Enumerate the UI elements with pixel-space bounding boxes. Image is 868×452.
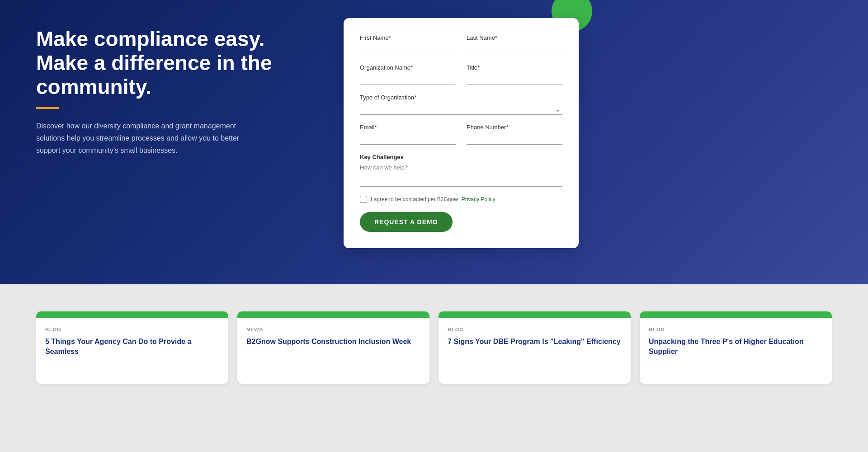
key-challenges-field: Key Challenges [360, 154, 562, 188]
blog-card-body: NEWS B2Gnow Supports Construction Inclus… [237, 318, 429, 354]
blog-tag: BLOG [45, 327, 219, 332]
blog-card-body: BLOG Unpacking the Three P's of Higher E… [640, 318, 832, 364]
blog-card-title: 5 Things Your Agency Can Do to Provide a… [45, 337, 219, 357]
blog-card[interactable]: BLOG 5 Things Your Agency Can Do to Prov… [36, 311, 228, 384]
contact-row: Email* Phone Number* [360, 124, 562, 154]
blog-card-accent [237, 311, 429, 318]
phone-field: Phone Number* [467, 124, 562, 145]
hero-right: First Name* Last Name* Organization Name… [344, 18, 579, 248]
org-name-label: Organization Name* [360, 64, 456, 71]
first-name-label: First Name* [360, 34, 456, 41]
name-row: First Name* Last Name* [360, 34, 562, 64]
phone-input[interactable] [467, 133, 562, 145]
blog-section: BLOG 5 Things Your Agency Can Do to Prov… [0, 284, 868, 452]
key-challenges-textarea[interactable] [360, 164, 562, 187]
blog-tag: BLOG [448, 327, 622, 332]
hero-description: Discover how our diversity compliance an… [36, 120, 244, 157]
title-field: Title* [467, 64, 562, 85]
org-type-label: Type of Organization* [360, 94, 562, 101]
blog-card-title: 7 Signs Your DBE Program Is "Leaking" Ef… [448, 337, 622, 347]
blog-card-accent [36, 311, 228, 318]
title-input[interactable] [467, 74, 562, 85]
org-type-field: Type of Organization* Government Nonprof… [360, 94, 562, 115]
first-name-input[interactable] [360, 44, 456, 55]
hero-section: Make compliance easy. Make a difference … [0, 0, 868, 284]
request-demo-button[interactable]: REQUEST A DEMO [360, 212, 453, 232]
blog-tag: BLOG [649, 327, 823, 332]
blog-card-accent [439, 311, 631, 318]
last-name-label: Last Name* [467, 34, 562, 41]
org-row: Organization Name* Title* [360, 64, 562, 94]
hero-left: Make compliance easy. Make a difference … [36, 18, 344, 156]
blog-card-body: BLOG 7 Signs Your DBE Program Is "Leakin… [439, 318, 631, 354]
org-type-select-wrapper: Government Nonprofit Private ⌄ [360, 104, 562, 115]
privacy-checkbox[interactable] [360, 196, 367, 203]
title-label: Title* [467, 64, 562, 71]
privacy-policy-link[interactable]: Privacy Policy [462, 196, 495, 202]
blog-card-title: B2Gnow Supports Construction Inclusion W… [246, 337, 420, 347]
privacy-text: I agree to be contacted per B2Gnow [371, 196, 458, 202]
org-type-select[interactable]: Government Nonprofit Private [360, 104, 562, 115]
blog-card[interactable]: NEWS B2Gnow Supports Construction Inclus… [237, 311, 429, 384]
contact-form-card: First Name* Last Name* Organization Name… [344, 18, 579, 248]
hero-title: Make compliance easy. Make a difference … [36, 27, 316, 99]
privacy-row: I agree to be contacted per B2Gnow Priva… [360, 196, 562, 203]
blog-card-accent [640, 311, 832, 318]
key-challenges-label: Key Challenges [360, 154, 562, 160]
blog-card-body: BLOG 5 Things Your Agency Can Do to Prov… [36, 318, 228, 364]
email-field: Email* [360, 124, 456, 145]
org-name-field: Organization Name* [360, 64, 456, 85]
email-label: Email* [360, 124, 456, 131]
hero-divider [36, 107, 59, 109]
blog-card-title: Unpacking the Three P's of Higher Educat… [649, 337, 823, 357]
blog-card[interactable]: BLOG 7 Signs Your DBE Program Is "Leakin… [439, 311, 631, 384]
phone-label: Phone Number* [467, 124, 562, 131]
last-name-input[interactable] [467, 44, 562, 55]
blog-tag: NEWS [246, 327, 420, 332]
blog-card[interactable]: BLOG Unpacking the Three P's of Higher E… [640, 311, 832, 384]
org-name-input[interactable] [360, 74, 456, 85]
last-name-field: Last Name* [467, 34, 562, 55]
blog-cards-container: BLOG 5 Things Your Agency Can Do to Prov… [36, 311, 832, 384]
first-name-field: First Name* [360, 34, 456, 55]
email-input[interactable] [360, 133, 456, 145]
